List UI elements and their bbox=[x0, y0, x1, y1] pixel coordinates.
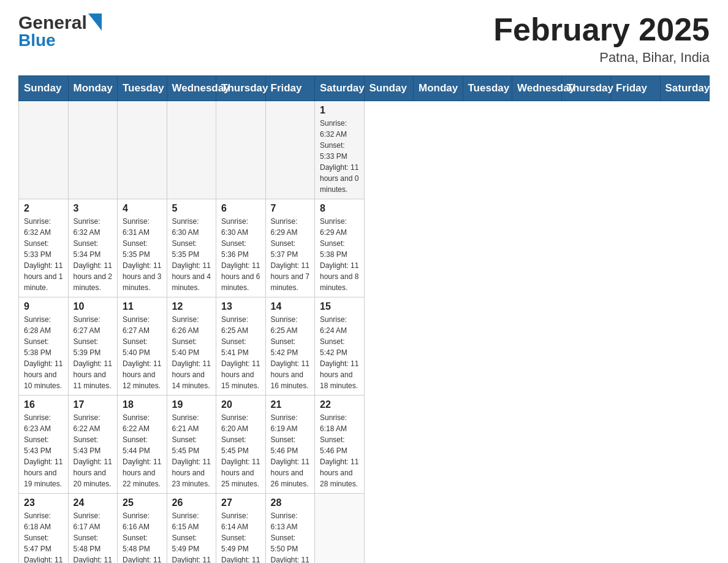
header-monday: Monday bbox=[68, 76, 118, 101]
day-number: 24 bbox=[74, 497, 113, 508]
calendar-day-cell: 27Sunrise: 6:14 AM Sunset: 5:49 PM Dayli… bbox=[216, 494, 266, 563]
day-number: 13 bbox=[221, 301, 260, 312]
day-number: 14 bbox=[271, 301, 310, 312]
calendar-week-row: 16Sunrise: 6:23 AM Sunset: 5:43 PM Dayli… bbox=[19, 396, 710, 494]
day-info: Sunrise: 6:24 AM Sunset: 5:42 PM Dayligh… bbox=[320, 314, 359, 391]
calendar-day-cell: 9Sunrise: 6:28 AM Sunset: 5:38 PM Daylig… bbox=[19, 297, 69, 396]
day-info: Sunrise: 6:22 AM Sunset: 5:44 PM Dayligh… bbox=[123, 412, 162, 489]
header-thursday: Thursday bbox=[216, 76, 266, 101]
logo-general-text: General bbox=[18, 12, 87, 33]
header-wednesday: Wednesday bbox=[167, 76, 216, 101]
header-friday: Friday bbox=[611, 76, 661, 101]
day-number: 5 bbox=[172, 203, 211, 214]
logo: General Blue bbox=[18, 12, 102, 50]
day-info: Sunrise: 6:16 AM Sunset: 5:48 PM Dayligh… bbox=[123, 510, 162, 563]
calendar-day-cell bbox=[315, 494, 365, 563]
day-number: 7 bbox=[271, 203, 310, 214]
day-info: Sunrise: 6:27 AM Sunset: 5:40 PM Dayligh… bbox=[123, 314, 162, 391]
header-sunday: Sunday bbox=[19, 76, 69, 101]
day-info: Sunrise: 6:32 AM Sunset: 5:34 PM Dayligh… bbox=[74, 216, 113, 293]
header-monday: Monday bbox=[414, 76, 463, 101]
day-number: 16 bbox=[24, 399, 63, 410]
day-info: Sunrise: 6:32 AM Sunset: 5:33 PM Dayligh… bbox=[320, 118, 359, 195]
day-info: Sunrise: 6:20 AM Sunset: 5:45 PM Dayligh… bbox=[221, 412, 260, 489]
calendar-day-cell: 13Sunrise: 6:25 AM Sunset: 5:41 PM Dayli… bbox=[216, 297, 266, 396]
calendar-day-cell bbox=[19, 101, 69, 199]
day-info: Sunrise: 6:15 AM Sunset: 5:49 PM Dayligh… bbox=[172, 510, 211, 563]
day-info: Sunrise: 6:30 AM Sunset: 5:35 PM Dayligh… bbox=[172, 216, 211, 293]
calendar-day-cell: 26Sunrise: 6:15 AM Sunset: 5:49 PM Dayli… bbox=[167, 494, 216, 563]
calendar-day-cell: 21Sunrise: 6:19 AM Sunset: 5:46 PM Dayli… bbox=[265, 396, 315, 494]
day-info: Sunrise: 6:25 AM Sunset: 5:41 PM Dayligh… bbox=[221, 314, 260, 391]
header-thursday: Thursday bbox=[561, 76, 611, 101]
day-number: 18 bbox=[123, 399, 162, 410]
calendar-week-row: 1Sunrise: 6:32 AM Sunset: 5:33 PM Daylig… bbox=[19, 101, 710, 199]
calendar-day-cell: 2Sunrise: 6:32 AM Sunset: 5:33 PM Daylig… bbox=[19, 199, 69, 297]
header-wednesday: Wednesday bbox=[512, 76, 562, 101]
calendar-day-cell: 6Sunrise: 6:30 AM Sunset: 5:36 PM Daylig… bbox=[216, 199, 266, 297]
day-number: 22 bbox=[320, 399, 359, 410]
day-info: Sunrise: 6:30 AM Sunset: 5:36 PM Dayligh… bbox=[221, 216, 260, 293]
calendar-day-cell bbox=[167, 101, 216, 199]
day-number: 17 bbox=[74, 399, 113, 410]
calendar-day-cell: 17Sunrise: 6:22 AM Sunset: 5:43 PM Dayli… bbox=[68, 396, 118, 494]
day-number: 21 bbox=[271, 399, 310, 410]
day-info: Sunrise: 6:21 AM Sunset: 5:45 PM Dayligh… bbox=[172, 412, 211, 489]
day-number: 11 bbox=[123, 301, 162, 312]
day-number: 6 bbox=[221, 203, 260, 214]
day-info: Sunrise: 6:18 AM Sunset: 5:46 PM Dayligh… bbox=[320, 412, 359, 489]
svg-marker-0 bbox=[88, 13, 102, 31]
day-info: Sunrise: 6:14 AM Sunset: 5:49 PM Dayligh… bbox=[221, 510, 260, 563]
day-info: Sunrise: 6:29 AM Sunset: 5:38 PM Dayligh… bbox=[320, 216, 359, 293]
day-number: 26 bbox=[172, 497, 211, 508]
calendar-day-cell: 19Sunrise: 6:21 AM Sunset: 5:45 PM Dayli… bbox=[167, 396, 216, 494]
page-header: General Blue February 2025 Patna, Bihar,… bbox=[18, 12, 710, 66]
calendar-day-cell: 23Sunrise: 6:18 AM Sunset: 5:47 PM Dayli… bbox=[19, 494, 69, 563]
header-tuesday: Tuesday bbox=[118, 76, 167, 101]
day-number: 10 bbox=[74, 301, 113, 312]
calendar-day-cell: 7Sunrise: 6:29 AM Sunset: 5:37 PM Daylig… bbox=[265, 199, 315, 297]
calendar-week-row: 23Sunrise: 6:18 AM Sunset: 5:47 PM Dayli… bbox=[19, 494, 710, 563]
header-tuesday: Tuesday bbox=[463, 76, 512, 101]
day-info: Sunrise: 6:13 AM Sunset: 5:50 PM Dayligh… bbox=[271, 510, 310, 563]
day-info: Sunrise: 6:17 AM Sunset: 5:48 PM Dayligh… bbox=[74, 510, 113, 563]
day-info: Sunrise: 6:22 AM Sunset: 5:43 PM Dayligh… bbox=[74, 412, 113, 489]
calendar-day-cell bbox=[265, 101, 315, 199]
calendar-day-cell: 22Sunrise: 6:18 AM Sunset: 5:46 PM Dayli… bbox=[315, 396, 365, 494]
header-sunday: Sunday bbox=[364, 76, 414, 101]
calendar-day-cell: 11Sunrise: 6:27 AM Sunset: 5:40 PM Dayli… bbox=[118, 297, 167, 396]
day-number: 2 bbox=[24, 203, 63, 214]
header-saturday: Saturday bbox=[660, 76, 710, 101]
header-saturday: Saturday bbox=[315, 76, 365, 101]
day-number: 4 bbox=[123, 203, 162, 214]
calendar-day-cell: 3Sunrise: 6:32 AM Sunset: 5:34 PM Daylig… bbox=[68, 199, 118, 297]
day-number: 23 bbox=[24, 497, 63, 508]
calendar-day-cell: 5Sunrise: 6:30 AM Sunset: 5:35 PM Daylig… bbox=[167, 199, 216, 297]
day-info: Sunrise: 6:26 AM Sunset: 5:40 PM Dayligh… bbox=[172, 314, 211, 391]
day-number: 25 bbox=[123, 497, 162, 508]
day-info: Sunrise: 6:27 AM Sunset: 5:39 PM Dayligh… bbox=[74, 314, 113, 391]
calendar-header-row: SundayMondayTuesdayWednesdayThursdayFrid… bbox=[19, 76, 710, 101]
calendar-day-cell: 28Sunrise: 6:13 AM Sunset: 5:50 PM Dayli… bbox=[265, 494, 315, 563]
day-info: Sunrise: 6:32 AM Sunset: 5:33 PM Dayligh… bbox=[24, 216, 63, 293]
calendar-week-row: 9Sunrise: 6:28 AM Sunset: 5:38 PM Daylig… bbox=[19, 297, 710, 396]
day-number: 9 bbox=[24, 301, 63, 312]
calendar-day-cell: 4Sunrise: 6:31 AM Sunset: 5:35 PM Daylig… bbox=[118, 199, 167, 297]
calendar-day-cell bbox=[216, 101, 266, 199]
calendar-week-row: 2Sunrise: 6:32 AM Sunset: 5:33 PM Daylig… bbox=[19, 199, 710, 297]
calendar-day-cell: 15Sunrise: 6:24 AM Sunset: 5:42 PM Dayli… bbox=[315, 297, 365, 396]
calendar-day-cell: 25Sunrise: 6:16 AM Sunset: 5:48 PM Dayli… bbox=[118, 494, 167, 563]
calendar-day-cell: 8Sunrise: 6:29 AM Sunset: 5:38 PM Daylig… bbox=[315, 199, 365, 297]
title-block: February 2025 Patna, Bihar, India bbox=[493, 12, 710, 66]
calendar-day-cell: 10Sunrise: 6:27 AM Sunset: 5:39 PM Dayli… bbox=[68, 297, 118, 396]
day-info: Sunrise: 6:29 AM Sunset: 5:37 PM Dayligh… bbox=[271, 216, 310, 293]
day-info: Sunrise: 6:19 AM Sunset: 5:46 PM Dayligh… bbox=[271, 412, 310, 489]
calendar-table: SundayMondayTuesdayWednesdayThursdayFrid… bbox=[18, 75, 710, 563]
day-info: Sunrise: 6:31 AM Sunset: 5:35 PM Dayligh… bbox=[123, 216, 162, 293]
logo-blue-text: Blue bbox=[18, 31, 56, 50]
calendar-day-cell: 20Sunrise: 6:20 AM Sunset: 5:45 PM Dayli… bbox=[216, 396, 266, 494]
calendar-day-cell: 12Sunrise: 6:26 AM Sunset: 5:40 PM Dayli… bbox=[167, 297, 216, 396]
calendar-day-cell: 14Sunrise: 6:25 AM Sunset: 5:42 PM Dayli… bbox=[265, 297, 315, 396]
day-number: 28 bbox=[271, 497, 310, 508]
day-number: 3 bbox=[74, 203, 113, 214]
